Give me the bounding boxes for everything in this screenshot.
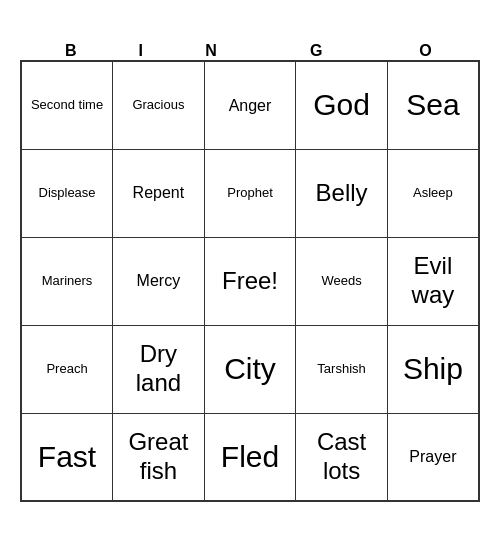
header-row: BINGO [20,42,480,60]
header-letter-g: G [262,42,371,60]
bingo-cell-text: Second time [31,97,103,112]
bingo-cell-r0-c4: Sea [387,61,479,149]
bingo-cell-text: Anger [229,97,272,114]
bingo-cell-text: God [313,88,370,121]
bingo-cell-text: Weeds [321,273,361,288]
bingo-card-container: BINGO Second timeGraciousAngerGodSeaDisp… [20,42,480,502]
bingo-cell-r0-c0: Second time [21,61,113,149]
bingo-cell-r2-c0: Mariners [21,237,113,325]
bingo-row: FastGreat fishFledCast lotsPrayer [21,413,479,501]
bingo-cell-r1-c2: Prophet [204,149,296,237]
bingo-cell-text: Sea [406,88,459,121]
bingo-cell-text: Fast [38,440,96,473]
bingo-cell-text: Evil way [412,252,455,308]
bingo-cell-r4-c0: Fast [21,413,113,501]
bingo-cell-text: Mercy [137,272,181,289]
bingo-cell-text: Prayer [409,448,456,465]
bingo-cell-r0-c2: Anger [204,61,296,149]
bingo-cell-text: Asleep [413,185,453,200]
bingo-cell-r3-c0: Preach [21,325,113,413]
bingo-cell-r4-c1: Great fish [113,413,205,501]
bingo-cell-r0-c1: Gracious [113,61,205,149]
bingo-cell-r4-c2: Fled [204,413,296,501]
bingo-cell-text: Repent [133,184,185,201]
bingo-grid: Second timeGraciousAngerGodSeaDispleaseR… [20,60,480,502]
bingo-cell-r3-c2: City [204,325,296,413]
bingo-cell-text: Cast lots [317,428,366,484]
bingo-cell-r2-c4: Evil way [387,237,479,325]
bingo-cell-text: Preach [46,361,87,376]
bingo-cell-text: Fled [221,440,279,473]
bingo-cell-text: Gracious [132,97,184,112]
header-letter-o: O [371,42,480,60]
bingo-row: Second timeGraciousAngerGodSea [21,61,479,149]
header-letter-n: N [160,42,261,60]
bingo-cell-r4-c3: Cast lots [296,413,388,501]
bingo-cell-r0-c3: God [296,61,388,149]
bingo-cell-r1-c3: Belly [296,149,388,237]
header-letter-b: B [20,42,121,60]
bingo-cell-r2-c1: Mercy [113,237,205,325]
bingo-cell-r2-c3: Weeds [296,237,388,325]
bingo-cell-text: Tarshish [317,361,365,376]
bingo-cell-r4-c4: Prayer [387,413,479,501]
bingo-cell-r3-c3: Tarshish [296,325,388,413]
bingo-cell-r3-c1: Dry land [113,325,205,413]
bingo-cell-r1-c1: Repent [113,149,205,237]
bingo-row: MarinersMercyFree!WeedsEvil way [21,237,479,325]
bingo-row: DispleaseRepentProphetBellyAsleep [21,149,479,237]
bingo-row: PreachDry landCityTarshishShip [21,325,479,413]
bingo-cell-r1-c4: Asleep [387,149,479,237]
bingo-cell-text: Displease [39,185,96,200]
bingo-cell-text: Great fish [128,428,188,484]
bingo-cell-text: Dry land [136,340,181,396]
bingo-cell-r2-c2: Free! [204,237,296,325]
bingo-cell-text: Mariners [42,273,93,288]
bingo-cell-text: Free! [222,267,278,294]
bingo-cell-text: Belly [316,179,368,206]
header-letter-i: I [121,42,160,60]
bingo-cell-text: Ship [403,352,463,385]
bingo-cell-text: City [224,352,276,385]
bingo-cell-r3-c4: Ship [387,325,479,413]
bingo-cell-text: Prophet [227,185,273,200]
bingo-cell-r1-c0: Displease [21,149,113,237]
